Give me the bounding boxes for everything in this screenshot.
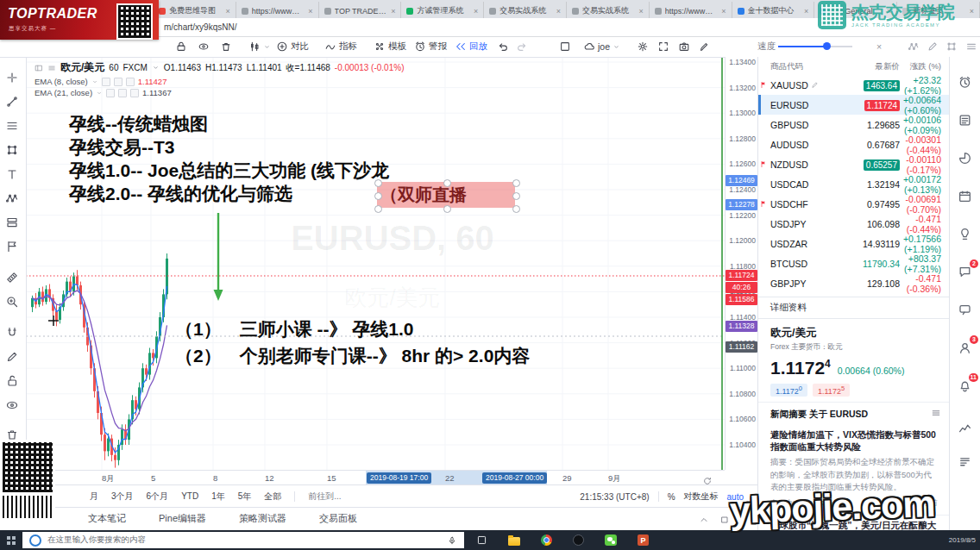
模板-button[interactable]: 模板 (374, 36, 406, 57)
trash-button[interactable] (220, 36, 232, 57)
undo-button[interactable] (497, 36, 509, 57)
menu-icon[interactable] (931, 408, 941, 418)
browser-tab[interactable]: TOP TRADER…× (319, 2, 402, 20)
eye-button[interactable] (198, 36, 210, 57)
price-axis[interactable]: 1.134001.132001.130001.128001.126001.124… (725, 57, 758, 470)
layout-button[interactable] (559, 36, 571, 57)
browser-tab[interactable]: 新标签页× (897, 2, 980, 20)
selection-handle[interactable] (512, 205, 520, 213)
gear-button[interactable] (637, 36, 649, 57)
app-dark-icon[interactable] (573, 534, 584, 546)
indicator-control-icon[interactable] (118, 89, 127, 97)
tab-close-icon[interactable]: × (556, 7, 561, 16)
edit-icon[interactable] (811, 80, 819, 91)
回放-button[interactable]: 回放 (455, 36, 487, 57)
support-button[interactable]: 3 (958, 340, 973, 355)
tool-magnet[interactable] (5, 324, 21, 340)
menu-icon[interactable] (965, 36, 977, 57)
range-item[interactable]: YTD (181, 491, 198, 501)
tool-stickers[interactable] (5, 238, 21, 253)
percent-scale-button[interactable]: % (668, 492, 675, 502)
tool-unlock[interactable] (5, 372, 21, 388)
news-section-header[interactable]: 新闻摘要 关于 EURUSD (758, 403, 950, 425)
chart-area[interactable]: EURUSD, 60 欧元/美元 欧元/美元 60 FXCM O1.11463 … (26, 57, 725, 470)
browser-tab[interactable]: 交易实战系统× (567, 2, 650, 20)
tab-close-icon[interactable]: × (970, 7, 974, 16)
对比-button[interactable]: 对比 (276, 36, 309, 57)
指标-button[interactable]: 指标 (324, 36, 357, 57)
tool-xabcd[interactable] (5, 190, 21, 205)
tool-text[interactable] (5, 166, 21, 181)
pencil-icon[interactable] (927, 36, 939, 57)
joe-button[interactable]: joe (583, 36, 620, 57)
close-icon[interactable]: × (876, 36, 882, 57)
tool-forecast[interactable] (5, 214, 21, 229)
selection-handle[interactable] (374, 192, 382, 200)
tab-close-icon[interactable]: × (721, 7, 726, 16)
range-item[interactable]: 月 (90, 491, 98, 503)
selection-handle[interactable] (374, 205, 382, 213)
symbol-exchange[interactable]: FXCM (122, 63, 147, 72)
tab-close-icon[interactable]: × (226, 7, 230, 16)
watchlist-row[interactable]: BTCUSD11790.34+803.37 (+7.31%) (758, 253, 950, 273)
indicator-row[interactable]: EMA (8, close)1.11427 (35, 77, 404, 86)
tool-shapes[interactable] (5, 141, 21, 157)
chart-annotation-text[interactable]: 孕线--传统蜡烛图孕线交易--T3孕线1.0-- Joe总结的三大功能 (线下沙… (69, 112, 389, 205)
browser-tab[interactable]: 方诚管理系统× (401, 2, 484, 20)
browser-tab[interactable]: GM General× (814, 2, 897, 20)
indicator-control-icon[interactable] (106, 89, 115, 97)
watchlist-row[interactable]: EURUSD1.11724+0.00664 (+0.60%) (758, 95, 950, 115)
mic-icon[interactable] (447, 535, 457, 546)
file-explorer-icon[interactable] (508, 537, 520, 546)
redo-button[interactable] (516, 36, 528, 57)
screener-button[interactable] (958, 453, 973, 469)
bell-button[interactable]: 11 (958, 378, 973, 393)
legend-menu-icon[interactable] (47, 64, 56, 72)
indicator-control-icon[interactable] (102, 78, 110, 86)
indicator-control-icon[interactable] (114, 78, 122, 86)
chart-notes-text[interactable]: （1） 三师小课 --》 孕线1.0（2） 个别老师专门课--》 8hr 的> … (175, 316, 530, 369)
details-section-header[interactable]: 详细资料 (758, 297, 950, 319)
candles-button[interactable] (248, 36, 271, 57)
comment-button[interactable] (958, 302, 973, 317)
tab-close-icon[interactable]: × (887, 7, 891, 16)
selection-handle[interactable] (443, 179, 451, 187)
tool-zoomin[interactable] (5, 293, 21, 309)
range-item[interactable]: 全部 (264, 491, 281, 503)
highlight-text-box[interactable]: （双师直播 (377, 182, 515, 208)
shapes-icon[interactable] (945, 36, 958, 57)
fullscreen-button[interactable] (657, 36, 669, 57)
range-item[interactable]: 5年 (238, 491, 252, 503)
watchlist-row[interactable]: USDCHF0.97495-0.00691 (-0.70%) (758, 194, 950, 214)
panel-icon[interactable] (35, 64, 43, 72)
taskbar-search-box[interactable]: 在这里输入你要搜索的内容 (22, 532, 464, 548)
browser-tab[interactable]: 交易实战系统× (484, 2, 567, 20)
indicator-row[interactable]: EMA (21, close)1.11367 (35, 88, 404, 97)
symbol-name[interactable]: 欧元/美元 (60, 60, 104, 75)
bulb-button[interactable] (958, 226, 973, 241)
chevron-down-icon[interactable] (152, 64, 160, 72)
clock-label[interactable]: 21:15:33 (UTC+8) (580, 492, 649, 502)
watchlist-row[interactable]: USDZAR14.93119+0.17566 (+1.19%) (758, 234, 950, 253)
watchlist-row[interactable]: GBPJPY129.108-0.471 (-0.36%) (758, 273, 950, 293)
task-view-icon[interactable] (476, 534, 487, 546)
calendar-button[interactable] (958, 188, 973, 203)
bottom-tab[interactable]: 文本笔记 (88, 512, 126, 525)
indicator-control-icon[interactable] (130, 89, 139, 97)
lock-button[interactable] (175, 36, 187, 57)
collapse-panel-icon[interactable] (699, 513, 709, 524)
tab-close-icon[interactable]: × (391, 7, 395, 16)
browser-tab[interactable]: 免费思维导图× (154, 2, 236, 20)
watchlist-row[interactable]: AUDUSD0.67687-0.00301 (-0.44%) (758, 134, 950, 154)
tool-trendline[interactable] (5, 93, 21, 109)
browser-address-bar[interactable]: m/chart/xy9kqsNN/ (154, 18, 980, 37)
taskbar-clock[interactable]: 2019/8/5 (949, 536, 976, 544)
indicator-control-icon[interactable] (126, 78, 135, 86)
browser-tab[interactable]: https://www…× (650, 2, 732, 20)
browser-tab[interactable]: https://www…× (236, 2, 319, 20)
selection-handle[interactable] (443, 205, 451, 213)
chat-button[interactable]: 2 (958, 264, 973, 279)
tab-close-icon[interactable]: × (804, 7, 808, 16)
警报-button[interactable]: 警报 (414, 36, 447, 57)
tab-close-icon[interactable]: × (308, 7, 312, 16)
